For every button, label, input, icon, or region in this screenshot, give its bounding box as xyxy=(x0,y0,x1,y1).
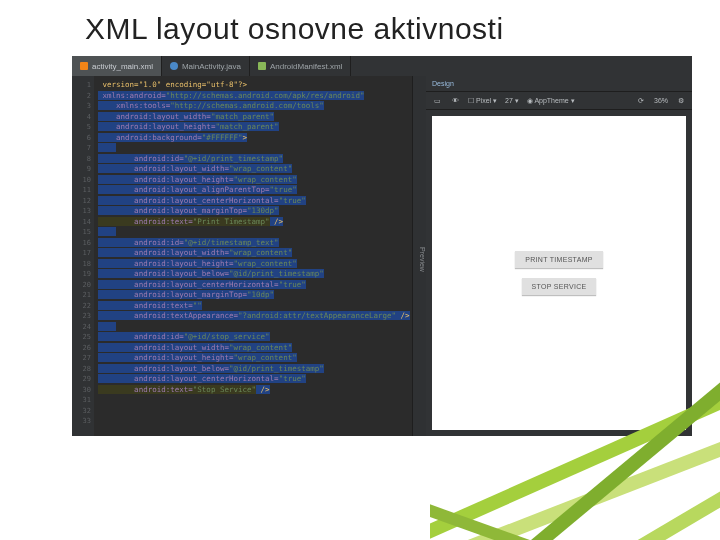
zoom-level[interactable]: 36% xyxy=(654,97,668,104)
xml-icon xyxy=(80,62,88,70)
tab-label: AndroidManifest.xml xyxy=(270,62,342,71)
tab-activity-main[interactable]: activity_main.xml xyxy=(72,56,162,76)
device-selector[interactable]: ☐ Pixel ▾ xyxy=(468,97,497,105)
palette-icon[interactable]: ▭ xyxy=(432,96,442,106)
manifest-icon xyxy=(258,62,266,70)
preview-tabs: Design xyxy=(426,76,692,92)
tab-label: MainActivity.java xyxy=(182,62,241,71)
slide-title: XML layout osnovne aktivnosti xyxy=(0,0,720,54)
tab-main-activity[interactable]: MainActivity.java xyxy=(162,56,250,76)
line-gutter: 1234567891011121314151617181920212223242… xyxy=(72,76,94,436)
eye-icon[interactable]: 👁 xyxy=(450,96,460,106)
theme-selector[interactable]: ◉ AppTheme ▾ xyxy=(527,97,575,105)
preview-side-label[interactable]: Preview xyxy=(412,76,426,436)
preview-toolbar: ▭ 👁 ☐ Pixel ▾ 27 ▾ ◉ AppTheme ▾ ⟳ 36% ⚙ xyxy=(426,92,692,110)
refresh-icon[interactable]: ⟳ xyxy=(636,96,646,106)
api-selector[interactable]: 27 ▾ xyxy=(505,97,519,105)
tab-label: activity_main.xml xyxy=(92,62,153,71)
settings-icon[interactable]: ⚙ xyxy=(676,96,686,106)
preview-stop-button: STOP SERVICE xyxy=(522,278,597,295)
preview-tab-design[interactable]: Design xyxy=(432,80,454,87)
java-icon xyxy=(170,62,178,70)
editor-tabs: activity_main.xml MainActivity.java Andr… xyxy=(72,56,692,76)
code-editor[interactable]: version="1.0" encoding="utf-8"?> xmlns:a… xyxy=(94,76,412,436)
preview-print-button: PRINT TIMESTAMP xyxy=(515,251,603,268)
decorative-lines xyxy=(430,340,720,540)
tab-manifest[interactable]: AndroidManifest.xml xyxy=(250,56,351,76)
